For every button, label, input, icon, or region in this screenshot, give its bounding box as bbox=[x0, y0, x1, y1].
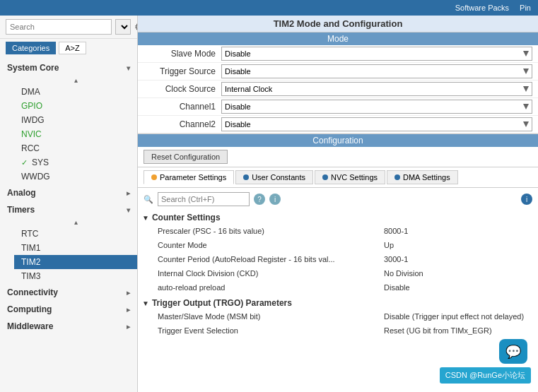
tab-dot-user bbox=[243, 174, 249, 180]
tab-user-constants[interactable]: User Constants bbox=[235, 170, 313, 184]
section-computing-header[interactable]: Computing ▸ bbox=[0, 302, 137, 317]
section-timers: Timers ▾ ▴ RTC TIM1 TIM2 TIM3 bbox=[0, 202, 137, 283]
param-group-trgo-label: Trigger Output (TRGO) Parameters bbox=[152, 298, 292, 308]
section-timers-label: Timers bbox=[7, 205, 35, 215]
arrow-down-icon-2: ▼ bbox=[142, 299, 149, 307]
tab-dma-settings[interactable]: DMA Settings bbox=[387, 170, 458, 184]
channel1-label: Channel1 bbox=[144, 102, 221, 112]
section-analog-header[interactable]: Analog ▸ bbox=[0, 185, 137, 201]
arrow-down-icon: ▼ bbox=[142, 214, 149, 222]
mode-row-clock: Clock Source Internal Clock bbox=[138, 81, 538, 98]
params-info-bar: 🔍 ? i i bbox=[141, 191, 535, 209]
section-middleware-label: Middleware bbox=[7, 321, 53, 331]
global-info-icon[interactable]: i bbox=[521, 194, 532, 205]
param-value-msm: Disable (Trigger input effect not delaye… bbox=[384, 312, 524, 321]
section-connectivity-header[interactable]: Connectivity ▸ bbox=[0, 285, 137, 300]
param-name-counter-period: Counter Period (AutoReload Register - 16… bbox=[158, 255, 384, 263]
sidebar-item-tim3[interactable]: TIM3 bbox=[14, 269, 137, 283]
info-circle-icon-2[interactable]: i bbox=[269, 194, 281, 205]
table-row: Prescaler (PSC - 16 bits value) 8000-1 bbox=[155, 224, 535, 238]
tab-dma-settings-label: DMA Settings bbox=[403, 173, 450, 182]
sidebar-item-rcc[interactable]: RCC bbox=[14, 141, 137, 155]
table-row: Counter Mode Up bbox=[155, 238, 535, 252]
tab-nvc-settings-label: NVC Settings bbox=[331, 173, 378, 182]
param-group-counter-label: Counter Settings bbox=[152, 213, 221, 222]
chevron-down-icon-2: ▾ bbox=[127, 206, 130, 214]
param-name-ckd: Internal Clock Division (CKD) bbox=[158, 269, 384, 278]
sidebar-search-select[interactable] bbox=[115, 19, 131, 35]
section-timers-header[interactable]: Timers ▾ bbox=[0, 202, 137, 218]
trigger-source-select[interactable]: Disable bbox=[221, 64, 532, 78]
expand-marker-2: ▴ bbox=[14, 218, 137, 227]
channel1-select[interactable]: Disable bbox=[221, 100, 532, 114]
param-group-counter-header[interactable]: ▼ Counter Settings bbox=[141, 211, 535, 224]
sidebar-item-tim1[interactable]: TIM1 bbox=[14, 241, 137, 255]
info-circle-icon-1[interactable]: ? bbox=[254, 194, 265, 205]
top-bar: Software Packs Pin bbox=[0, 0, 538, 16]
params-search-input[interactable] bbox=[158, 192, 250, 206]
tab-parameter-settings-label: Parameter Settings bbox=[160, 173, 226, 182]
param-group-trgo-rows: Master/Slave Mode (MSM bit) Disable (Tri… bbox=[141, 309, 535, 338]
sidebar: ⚙ Categories A>Z System Core ▾ ▴ DMA GPI… bbox=[0, 16, 138, 392]
section-analog: Analog ▸ bbox=[0, 185, 137, 201]
sidebar-item-wwdg[interactable]: WWDG bbox=[14, 170, 137, 184]
reset-configuration-button[interactable]: Reset Configuration bbox=[144, 150, 228, 164]
sidebar-item-nvic[interactable]: NVIC bbox=[14, 127, 137, 141]
slave-mode-label: Slave Mode bbox=[144, 49, 221, 59]
section-computing-label: Computing bbox=[7, 304, 52, 314]
tab-parameter-settings[interactable]: Parameter Settings bbox=[144, 170, 234, 184]
param-value-ckd: No Division bbox=[384, 269, 423, 278]
trigger-source-label: Trigger Source bbox=[144, 66, 221, 76]
mode-header: Mode bbox=[138, 32, 538, 45]
section-system-core-label: System Core bbox=[7, 63, 59, 73]
param-name-msm: Master/Slave Mode (MSM bit) bbox=[158, 312, 384, 321]
clock-source-label: Clock Source bbox=[144, 84, 221, 94]
param-value-prescaler: 8000-1 bbox=[384, 227, 408, 235]
sidebar-search-input[interactable] bbox=[6, 19, 112, 35]
sidebar-item-iwdg[interactable]: IWDG bbox=[14, 113, 137, 127]
sidebar-item-rtc[interactable]: RTC bbox=[14, 227, 137, 241]
chat-bubble[interactable]: 💬 bbox=[499, 339, 527, 364]
slave-mode-select[interactable]: Disable bbox=[221, 47, 532, 61]
clock-source-select[interactable]: Internal Clock bbox=[221, 82, 532, 96]
search-icon: 🔍 bbox=[144, 195, 153, 204]
param-group-counter-rows: Prescaler (PSC - 16 bits value) 8000-1 C… bbox=[141, 224, 535, 295]
sidebar-item-tim2[interactable]: TIM2 bbox=[14, 255, 137, 269]
section-computing: Computing ▸ bbox=[0, 302, 137, 317]
table-row: auto-reload preload Disable bbox=[155, 280, 535, 295]
channel2-select[interactable]: Disable bbox=[221, 117, 532, 131]
sidebar-tab-categories[interactable]: Categories bbox=[6, 42, 56, 54]
param-name-autoreload: auto-reload preload bbox=[158, 283, 384, 292]
tab-dot-param bbox=[151, 174, 157, 180]
chevron-right-icon-3: ▸ bbox=[127, 306, 130, 314]
chevron-right-icon-2: ▸ bbox=[127, 289, 130, 297]
section-middleware-header[interactable]: Middleware ▸ bbox=[0, 319, 137, 334]
param-value-counter-period: 3000-1 bbox=[384, 255, 408, 263]
sidebar-item-dma[interactable]: DMA bbox=[14, 85, 137, 99]
table-row: Counter Period (AutoReload Register - 16… bbox=[155, 252, 535, 266]
section-system-core-header[interactable]: System Core ▾ bbox=[0, 60, 137, 76]
config-toolbar: Reset Configuration bbox=[138, 147, 538, 167]
sidebar-tab-az[interactable]: A>Z bbox=[59, 42, 86, 54]
param-value-trigger-event: Reset (UG bit from TIMx_EGR) bbox=[384, 326, 492, 335]
chevron-down-icon: ▾ bbox=[127, 64, 130, 72]
param-value-autoreload: Disable bbox=[384, 283, 410, 292]
table-row: Trigger Event Selection Reset (UG bit fr… bbox=[155, 323, 535, 338]
sidebar-item-sys[interactable]: SYS bbox=[14, 155, 137, 170]
tab-nvc-settings[interactable]: NVC Settings bbox=[315, 170, 385, 184]
param-group-trgo-header[interactable]: ▼ Trigger Output (TRGO) Parameters bbox=[141, 297, 535, 309]
software-packs-link[interactable]: Software Packs bbox=[455, 4, 509, 12]
param-name-trigger-event: Trigger Event Selection bbox=[158, 326, 384, 335]
params-section: 🔍 ? i i ▼ Counter Settings Prescaler (P bbox=[138, 188, 538, 392]
param-name-counter-mode: Counter Mode bbox=[158, 241, 384, 249]
pin-link[interactable]: Pin bbox=[520, 4, 531, 12]
mode-row-trigger: Trigger Source Disable bbox=[138, 63, 538, 81]
chevron-right-icon: ▸ bbox=[127, 189, 130, 197]
param-name-prescaler: Prescaler (PSC - 16 bits value) bbox=[158, 227, 384, 235]
section-analog-label: Analog bbox=[7, 188, 36, 198]
config-section: Configuration Reset Configuration Parame… bbox=[138, 134, 538, 392]
section-connectivity-label: Connectivity bbox=[7, 287, 58, 297]
tab-dot-nvc bbox=[322, 174, 328, 180]
sidebar-item-gpio[interactable]: GPIO bbox=[14, 99, 137, 113]
tab-user-constants-label: User Constants bbox=[252, 173, 305, 182]
